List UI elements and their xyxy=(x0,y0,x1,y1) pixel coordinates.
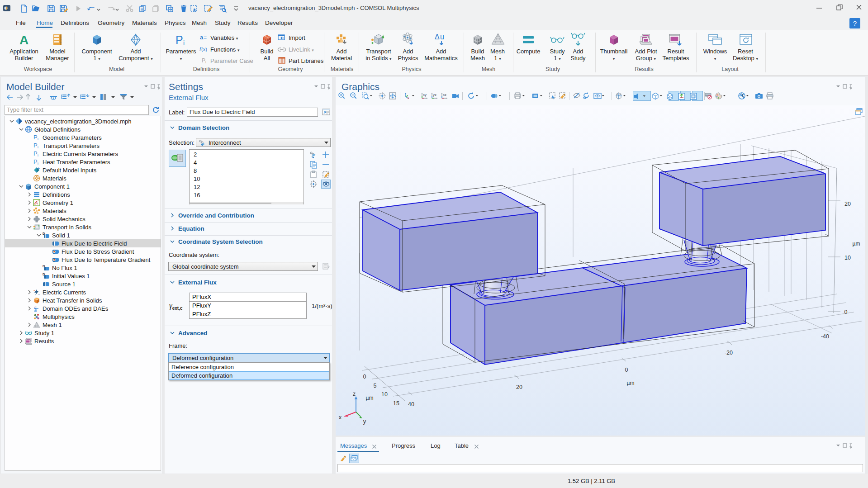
svg-text:0: 0 xyxy=(363,374,366,380)
svg-text:x: x xyxy=(339,414,342,421)
svg-text:-20: -20 xyxy=(725,350,733,356)
svg-text:15: 15 xyxy=(393,400,399,407)
svg-text:P: P xyxy=(202,57,205,64)
svg-text:i: i xyxy=(183,39,185,46)
svg-text:i: i xyxy=(38,161,38,166)
svg-text:A: A xyxy=(19,33,28,46)
svg-text:−: − xyxy=(38,293,40,296)
svg-text:u: u xyxy=(440,33,444,41)
svg-text:i: i xyxy=(38,153,38,157)
svg-text:20: 20 xyxy=(844,201,851,207)
svg-text:+: + xyxy=(33,289,35,292)
svg-text:(x): (x) xyxy=(201,47,207,52)
svg-text:A: A xyxy=(35,201,38,205)
svg-text:i: i xyxy=(38,137,38,141)
svg-text:xy: xy xyxy=(423,93,427,97)
svg-text:a: a xyxy=(200,34,204,41)
svg-text:=: = xyxy=(204,34,207,41)
svg-text:10: 10 xyxy=(381,391,388,398)
svg-text:40: 40 xyxy=(408,401,414,407)
svg-text:P: P xyxy=(33,150,38,157)
svg-text:P: P xyxy=(33,142,38,149)
svg-text:0: 0 xyxy=(625,367,628,373)
svg-text:P: P xyxy=(33,158,38,165)
svg-text:z: z xyxy=(353,390,356,397)
svg-text:dt: dt xyxy=(34,308,37,312)
svg-text:5: 5 xyxy=(374,383,377,389)
svg-text:µm: µm xyxy=(627,380,635,386)
svg-text:i: i xyxy=(38,145,38,149)
svg-text:xz: xz xyxy=(443,93,446,97)
svg-text:-40: -40 xyxy=(821,333,829,340)
svg-text:µm: µm xyxy=(853,241,860,247)
svg-text:yz: yz xyxy=(433,93,436,97)
svg-text:P: P xyxy=(33,134,38,141)
svg-text:10: 10 xyxy=(844,255,851,261)
svg-text:P: P xyxy=(175,33,183,46)
svg-text:20: 20 xyxy=(516,384,522,390)
svg-text:µm: µm xyxy=(366,395,374,401)
svg-text:y: y xyxy=(363,418,366,425)
svg-text:0: 0 xyxy=(844,309,848,315)
svg-text:i: i xyxy=(205,60,206,64)
svg-text:Δ: Δ xyxy=(435,33,440,41)
